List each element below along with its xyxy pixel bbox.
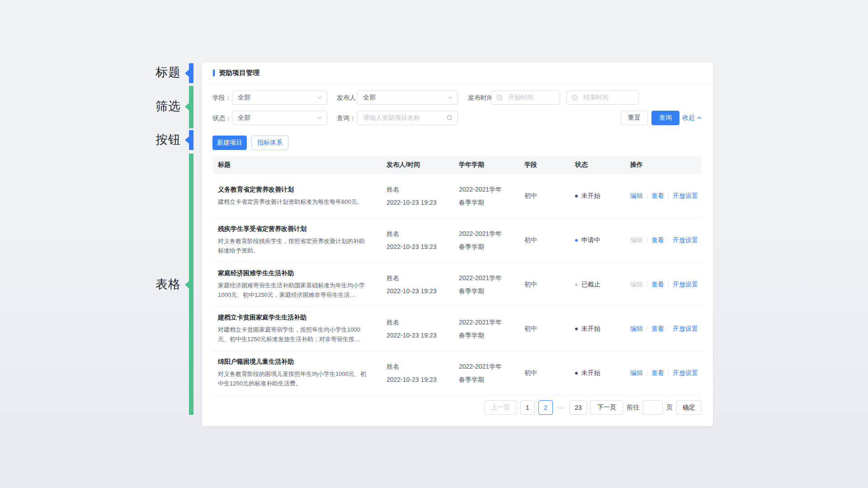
semester: 春季学期: [459, 242, 520, 251]
chevron-down-icon: [448, 95, 453, 100]
open-settings-link[interactable]: 开放设置: [673, 281, 698, 289]
status-dot-icon: [575, 372, 578, 375]
publisher-name: 姓名: [387, 229, 454, 238]
clock-icon: [496, 94, 503, 101]
annotation-title-label: 标题: [156, 66, 181, 79]
action-separator: [668, 370, 669, 376]
rail-arrow-icon: [185, 103, 189, 110]
page-button-2-active[interactable]: 2: [538, 400, 553, 415]
stage-value: 初中: [520, 325, 571, 333]
table-body: 义务教育省定营养改善计划 建档立卡省定营养改善计划资助标准为每生每年800元。 …: [212, 174, 702, 395]
title-accent-bar: [213, 70, 215, 76]
action-separator: [668, 193, 669, 199]
table-header-row: 标题 发布人/时间 学年学期 学段 状态 操作: [212, 156, 702, 174]
view-link[interactable]: 查看: [651, 325, 664, 333]
main-card: 资助项目管理 学段： 全部 发布人： 全部 发布时间: 开始时间 结束时间 状态…: [202, 62, 713, 426]
open-settings-link[interactable]: 开放设置: [673, 192, 698, 200]
edit-link[interactable]: 编辑: [630, 325, 643, 333]
project-description: 对义务教育阶段的困境儿童按照年生均小学生1000元、初中生1250元的标准补助生…: [218, 369, 369, 388]
page-title: 资助项目管理: [219, 69, 259, 77]
end-time-input[interactable]: 结束时间: [566, 90, 639, 105]
status-select[interactable]: 全部: [232, 111, 327, 125]
publish-time: 2022-10-23 19:23: [387, 198, 454, 207]
stage-value: 初中: [520, 236, 571, 244]
confirm-button[interactable]: 确定: [676, 400, 702, 415]
col-header-title: 标题: [212, 161, 382, 169]
view-link[interactable]: 查看: [651, 369, 664, 377]
rail-arrow-icon: [185, 70, 189, 77]
annotation-button-label: 按钮: [156, 133, 181, 146]
edit-link[interactable]: 编辑: [630, 369, 643, 377]
card-header: 资助项目管理: [202, 62, 713, 84]
rail-marker-title: [189, 63, 193, 83]
action-separator: [647, 326, 647, 332]
new-project-button[interactable]: 新建项目: [212, 136, 247, 150]
semester: 春季学期: [459, 286, 520, 296]
reset-button[interactable]: 重置: [621, 111, 648, 125]
action-separator: [647, 370, 647, 376]
indicator-system-button[interactable]: 指标体系: [251, 136, 288, 150]
action-separator: [647, 282, 647, 287]
publish-time: 2022-10-23 19:23: [387, 242, 454, 251]
status-dot-icon: [575, 283, 578, 286]
pagination: 上一页 1 2 ··· 23 下一页 前往 页 确定: [212, 400, 702, 415]
view-link[interactable]: 查看: [651, 236, 664, 244]
edit-link[interactable]: 编辑: [630, 192, 643, 200]
view-link[interactable]: 查看: [651, 192, 664, 200]
rail-arrow-icon: [185, 281, 189, 288]
page-button-1[interactable]: 1: [520, 400, 535, 415]
action-separator: [668, 237, 669, 243]
status-text: 未开始: [581, 325, 600, 333]
collapse-link[interactable]: 收起: [682, 111, 702, 125]
stage-filter-label: 学段：: [212, 90, 231, 105]
clock-icon: [571, 94, 578, 101]
goto-page-input[interactable]: [643, 400, 663, 415]
start-time-input[interactable]: 开始时间: [491, 90, 560, 105]
project-description: 建档立卡省定营养改善计划资助标准为每生每年800元。: [218, 197, 369, 206]
rail-marker-button: [189, 130, 193, 150]
status-text: 已截止: [581, 281, 600, 289]
annotation-table-label: 表格: [156, 277, 181, 291]
more-pages-icon[interactable]: ···: [557, 404, 565, 411]
stage-value: 初中: [520, 192, 571, 200]
project-title: 建档立卡贫困家庭学生生活补助: [218, 314, 369, 322]
table-row: 建档立卡贫困家庭学生生活补助 对建档立卡贫困家庭寄宿学生，按照年生均小学生100…: [212, 307, 702, 351]
table-row: 家庭经济困难学生生活补助 家庭经济困难寄宿生生活补助国家基础标准为年生均小学10…: [212, 263, 702, 307]
publish-time: 2022-10-23 19:23: [387, 331, 454, 340]
status-dot-icon: [575, 328, 578, 330]
page-button-23[interactable]: 23: [570, 400, 587, 415]
publisher-name: 姓名: [387, 318, 454, 327]
table-row: 残疾学生享受省定营养改善计划 对义务教育阶段残疾学生，按照省定营养改善计划的补助…: [212, 218, 702, 263]
open-settings-link[interactable]: 开放设置: [673, 369, 698, 377]
stage-select[interactable]: 全部: [232, 90, 327, 105]
chevron-down-icon: [317, 95, 322, 100]
status-dot-icon: [575, 239, 578, 242]
school-year: 2022-2021学年: [459, 229, 520, 238]
school-year: 2022-2021学年: [459, 273, 520, 282]
col-header-status: 状态: [571, 161, 626, 169]
col-header-semester: 学年学期: [454, 161, 520, 169]
chevron-up-icon: [697, 115, 702, 121]
search-input[interactable]: 请输入资助项目名称: [357, 111, 458, 125]
query-button[interactable]: 查询: [651, 111, 679, 125]
prev-page-button[interactable]: 上一页: [484, 400, 517, 415]
edit-link[interactable]: 编辑: [630, 281, 643, 289]
open-settings-link[interactable]: 开放设置: [673, 236, 698, 244]
publisher-select[interactable]: 全部: [357, 90, 458, 105]
view-link[interactable]: 查看: [651, 281, 664, 289]
next-page-button[interactable]: 下一页: [590, 400, 623, 415]
action-separator: [668, 282, 669, 287]
table-row: 绵阳户籍困境儿童生活补助 对义务教育阶段的困境儿童按照年生均小学生1000元、初…: [212, 351, 702, 395]
action-separator: [668, 326, 669, 332]
semester: 春季学期: [459, 198, 520, 207]
page-unit-label: 页: [666, 404, 673, 412]
open-settings-link[interactable]: 开放设置: [673, 325, 698, 333]
edit-link[interactable]: 编辑: [630, 236, 643, 244]
project-title: 家庭经济困难学生生活补助: [218, 269, 369, 277]
table-row: 义务教育省定营养改善计划 建档立卡省定营养改善计划资助标准为每生每年800元。 …: [212, 174, 702, 218]
status-dot-icon: [575, 195, 578, 197]
school-year: 2022-2021学年: [459, 185, 520, 194]
semester: 春季学期: [459, 331, 520, 340]
col-header-publisher: 发布人/时间: [382, 161, 454, 169]
project-description: 对义务教育阶段残疾学生，按照省定营养改善计划的补助标准给予资助。: [218, 236, 369, 255]
